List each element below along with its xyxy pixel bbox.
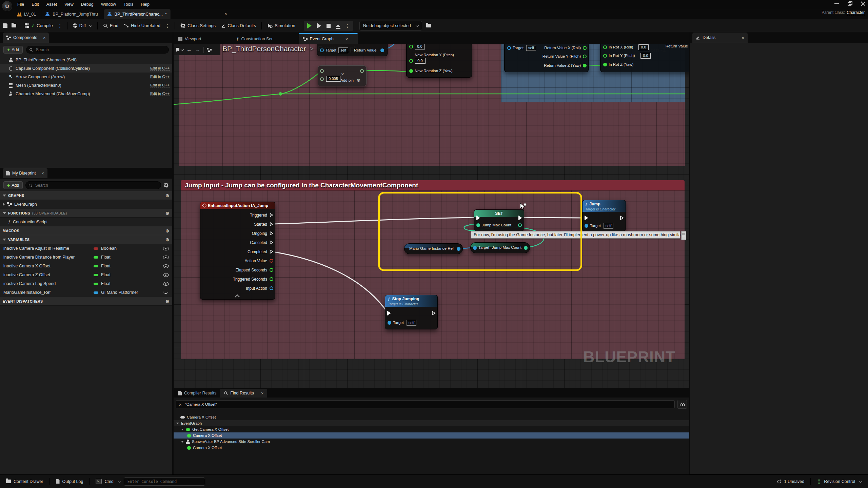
visibility-eye-icon[interactable] — [163, 246, 169, 250]
tab-my-blueprint[interactable]: My Blueprint × — [3, 168, 47, 178]
menu-item[interactable]: Edit — [28, 0, 43, 9]
node-jump[interactable]: ƒJump Target is Character Target self — [582, 200, 626, 231]
pin-row[interactable]: Canceled — [200, 238, 275, 247]
find-result-row[interactable]: EventGraph — [174, 420, 689, 426]
value-box[interactable]: 0.005 — [326, 76, 340, 82]
variable-row[interactable]: inactive Camera Lag Speed Float — [0, 279, 172, 288]
class-defaults-button[interactable]: Class Defaults — [218, 21, 259, 31]
eject-icon[interactable] — [334, 21, 342, 30]
component-row[interactable]: Arrow Component (Arrow) Edit in C++ — [0, 73, 172, 81]
close-icon[interactable] — [861, 1, 865, 6]
exec-in-pin[interactable] — [584, 216, 588, 220]
output-pin[interactable] — [360, 69, 364, 73]
tab-components[interactable]: Components × — [3, 33, 49, 43]
pin-row[interactable]: Elapsed Seconds — [200, 265, 275, 274]
pin-row[interactable]: Triggered Seconds — [200, 274, 275, 284]
self-value[interactable]: self — [526, 45, 536, 51]
parent-class-link[interactable]: Character — [847, 10, 865, 15]
save-icon[interactable] — [3, 23, 8, 28]
close-icon[interactable]: × — [41, 171, 44, 176]
my-blueprint-search-input[interactable] — [35, 183, 158, 188]
node-header[interactable]: ƒStop Jumping Target is Character — [385, 295, 437, 307]
self-value[interactable]: self — [407, 320, 416, 326]
close-icon[interactable]: × — [261, 391, 264, 396]
tab-compiler-results[interactable]: Compiler Results — [174, 389, 220, 398]
menu-item[interactable]: View — [61, 0, 77, 9]
breadcrumb-root[interactable]: BP_ThirdPersonCharacter — [222, 45, 306, 53]
expander-icon[interactable] — [181, 429, 184, 430]
tab-event-graph[interactable]: Event Graph × — [299, 33, 358, 44]
target-pin[interactable] — [388, 321, 391, 325]
node-stop-jumping[interactable]: ƒStop Jumping Target is Character Target… — [385, 295, 438, 329]
yaw-z-pin[interactable] — [409, 69, 413, 73]
variable-row[interactable]: inactive Camera Adjust in Realtime Boole… — [0, 244, 172, 253]
exec-pin[interactable] — [270, 213, 273, 217]
value-box[interactable]: 0.0 — [415, 44, 425, 49]
component-row[interactable]: BP_ThirdPersonCharacter (Self) — [0, 56, 172, 64]
revision-control-button[interactable]: Revision Control — [813, 475, 865, 488]
node-set-rotation[interactable]: In Rot X (Roll) 0.0 Return Value In Rot … — [600, 44, 689, 72]
tab-find-results[interactable]: Find Results × — [220, 389, 267, 398]
close-icon[interactable]: × — [742, 35, 744, 40]
compile-options-icon[interactable]: ⋮ — [56, 23, 64, 28]
event-dispatchers-section-header[interactable]: EVENT DISPATCHERS ⊕ — [0, 297, 172, 306]
return-value-pin[interactable] — [380, 48, 384, 52]
visibility-eye-icon[interactable] — [163, 273, 169, 277]
forward-icon[interactable]: → — [195, 47, 200, 53]
content-drawer-button[interactable]: Content Drawer — [3, 475, 47, 488]
pin-row[interactable]: Action Value — [200, 256, 275, 265]
close-tab-icon[interactable]: × — [224, 11, 227, 16]
exec-pin[interactable] — [270, 231, 273, 236]
collapse-chevron-icon[interactable] — [235, 294, 240, 299]
class-settings-button[interactable]: Class Settings — [178, 21, 218, 31]
menu-item[interactable]: Asset — [43, 0, 61, 9]
macros-section-header[interactable]: MACROS ⊕ — [0, 226, 172, 235]
exec-pin[interactable] — [270, 240, 273, 245]
visibility-eye-icon[interactable] — [163, 282, 169, 286]
visibility-eye-icon[interactable] — [163, 264, 169, 268]
constructionscript-item[interactable]: ƒ ConstructionScript — [0, 218, 172, 226]
add-component-button[interactable]: +Add — [3, 46, 23, 54]
find-button[interactable]: Find — [100, 21, 121, 31]
pitch-y-pin[interactable] — [409, 59, 413, 63]
component-row[interactable]: Capsule Component (CollisionCylinder) Ed… — [0, 64, 172, 73]
in-rot-x-pin[interactable] — [603, 45, 607, 49]
exec-pin[interactable] — [270, 222, 273, 226]
find-result-row[interactable]: Get Camera X Offset — [174, 426, 689, 432]
unsaved-button[interactable]: 1 Unsaved — [773, 475, 808, 488]
value-box[interactable]: 0.0 — [415, 58, 426, 64]
play-options-icon[interactable]: ⋮ — [343, 23, 352, 28]
data-pin[interactable] — [270, 259, 273, 263]
exec-in-pin[interactable] — [387, 311, 391, 316]
self-value[interactable]: self — [604, 223, 613, 229]
diff-button[interactable]: Diff — [70, 21, 95, 31]
pin-row[interactable]: Ongoing — [200, 229, 275, 238]
node-header[interactable]: EnhancedInputAction IA_Jump — [200, 202, 275, 209]
edit-in-cpp-link[interactable]: Edit in C++ — [150, 66, 170, 70]
tab-viewport[interactable]: Viewport — [174, 34, 205, 44]
document-tab[interactable]: BP_Platform_JumpThru — [42, 9, 104, 19]
edit-in-cpp-link[interactable]: Edit in C++ — [150, 75, 170, 79]
add-pin-icon[interactable]: ⊕ — [357, 78, 360, 83]
input-pin[interactable] — [320, 77, 324, 81]
hide-unrelated-options-icon[interactable]: ⋮ — [163, 23, 172, 28]
menu-item[interactable]: Window — [97, 0, 120, 9]
play-icon[interactable] — [305, 21, 314, 30]
self-value[interactable]: self — [338, 47, 348, 53]
node-multiply[interactable]: 0.005 × Add pin ⊕ — [318, 65, 367, 86]
menu-item[interactable]: Help — [137, 0, 153, 9]
edit-in-cpp-link[interactable]: Edit in C++ — [150, 92, 170, 96]
expander-icon[interactable] — [176, 423, 179, 424]
variable-row[interactable]: MarioGameInstance_Ref GI Mario Platforme… — [0, 288, 172, 297]
hide-unrelated-button[interactable]: Hide Unrelated — [121, 21, 163, 31]
node-header[interactable]: ƒJump Target is Character — [583, 200, 626, 212]
console-command-input[interactable] — [127, 479, 202, 484]
add-function-icon[interactable]: ⊕ — [165, 210, 170, 216]
variable-row[interactable]: inactive Camera Distance from Player Flo… — [0, 253, 172, 262]
expander-icon[interactable] — [3, 203, 5, 206]
find-result-row[interactable]: SpawnActor BP Advanced Side Scroller Cam — [174, 439, 689, 445]
exec-out-pin[interactable] — [432, 311, 436, 316]
add-blueprint-item-button[interactable]: +Add — [3, 181, 23, 189]
find-result-row[interactable]: Camera X Offset — [174, 414, 689, 420]
graphs-section-header[interactable]: GRAPHS ⊕ — [0, 191, 172, 200]
